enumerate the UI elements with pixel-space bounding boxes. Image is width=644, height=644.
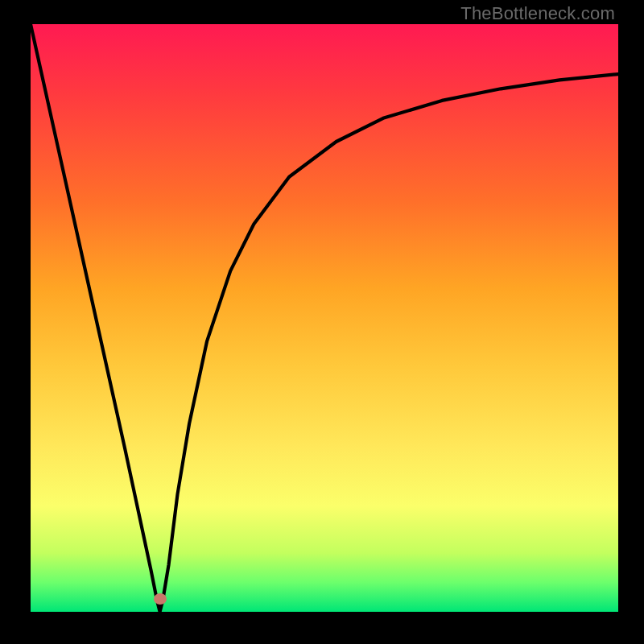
chart-container: TheBottleneck.com	[0, 0, 644, 644]
chart-curve-svg	[31, 24, 618, 612]
watermark-text: TheBottleneck.com	[460, 3, 615, 24]
bottleneck-curve	[31, 24, 618, 612]
minimum-marker	[154, 593, 167, 605]
plot-area	[31, 24, 618, 612]
